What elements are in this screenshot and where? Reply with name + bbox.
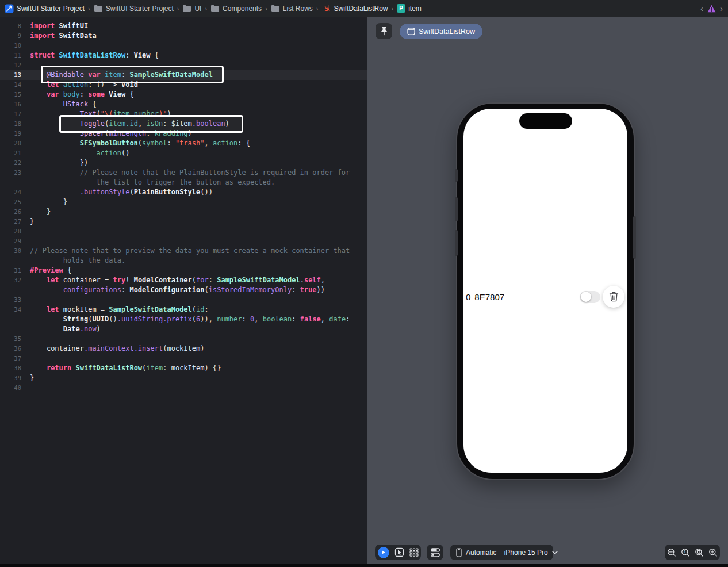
breadcrumb: SwiftUI Starter Project›SwiftUI Starter … — [0, 4, 700, 13]
breadcrumb-item[interactable]: SwiftUI Starter Project — [94, 5, 174, 13]
variants-mode-button[interactable] — [409, 548, 419, 557]
folder-icon — [182, 5, 191, 12]
breadcrumb-label: item — [408, 5, 422, 13]
breadcrumb-item[interactable]: UI — [182, 5, 201, 13]
code-line: 32 let container = try! ModelContainer(f… — [0, 275, 367, 285]
breadcrumb-separator: › — [204, 5, 208, 12]
action-button — [455, 169, 458, 182]
trash-icon — [609, 292, 619, 302]
forward-chevron-icon[interactable]: › — [719, 4, 723, 13]
code-line: the list to trigger the button as expect… — [0, 178, 367, 187]
code-line: 36 container.mainContext.insert(mockItem… — [0, 344, 367, 354]
breadcrumb-separator: › — [176, 5, 181, 12]
code-line: 40 — [0, 383, 367, 393]
runtime-warning-icon[interactable] — [707, 5, 716, 13]
row-number-label: 0 — [466, 292, 470, 302]
code-line: 15 var body: some View { — [0, 90, 367, 99]
annotation-box-toggle — [59, 115, 243, 133]
jump-bar: SwiftUI Starter Project›SwiftUI Starter … — [0, 0, 728, 17]
pin-preview-button[interactable] — [376, 23, 392, 39]
annotation-box-bindable — [41, 66, 224, 83]
preview-mode-segmented-control — [375, 545, 421, 560]
swift-file-icon — [321, 4, 331, 13]
row-id-label: 8E7807 — [474, 292, 504, 302]
folder-icon — [210, 5, 220, 12]
folder-icon — [271, 5, 280, 12]
list-row: 0 8E7807 — [466, 285, 624, 308]
zoom-100-button[interactable]: 1 — [681, 548, 690, 557]
code-line: 10 — [0, 41, 367, 51]
property-icon: P — [397, 4, 405, 13]
zoom-fit-button[interactable] — [695, 548, 704, 557]
svg-text:1: 1 — [684, 550, 686, 554]
code-line: 25 } — [0, 197, 367, 207]
breadcrumb-label: SwiftUI Starter Project — [106, 5, 174, 13]
code-line: 21 action() — [0, 148, 367, 158]
code-line: 20 SFSymbolButton(symbol: "trash", actio… — [0, 139, 367, 148]
back-chevron-icon[interactable]: ‹ — [700, 4, 704, 13]
code-line: 11struct SwiftDataListRow: View { — [0, 51, 367, 60]
zoom-out-button[interactable] — [667, 548, 676, 557]
code-line: 31#Preview { — [0, 266, 367, 275]
folder-icon — [94, 5, 103, 12]
code-line: 29 — [0, 236, 367, 246]
iphone-icon — [456, 548, 462, 557]
jump-bar-nav: ‹ › — [700, 4, 728, 13]
breadcrumb-item[interactable]: Pitem — [397, 4, 422, 13]
breadcrumb-separator: › — [390, 5, 395, 12]
preview-tab[interactable]: SwiftDataListRow — [400, 24, 482, 39]
code-editor[interactable]: 8import SwiftUI9import SwiftData1011stru… — [0, 17, 367, 567]
preview-canvas: SwiftDataListRow 0 8E7807 — [367, 17, 728, 567]
code-line: String(UUID().uuidString.prefix(6)), num… — [0, 315, 367, 324]
code-line: holds the data. — [0, 256, 367, 266]
code-line: Date.now) — [0, 324, 367, 334]
iphone-preview-frame: 0 8E7807 — [456, 102, 635, 480]
breadcrumb-label: List Rows — [283, 5, 313, 13]
code-line: 28 — [0, 227, 367, 236]
power-button — [633, 216, 636, 259]
row-toggle[interactable] — [580, 291, 600, 303]
code-line: 23 // Please note that the PlainButtonSt… — [0, 168, 367, 178]
breadcrumb-label: SwiftUI Starter Project — [17, 5, 85, 13]
preview-tab-label: SwiftDataListRow — [419, 28, 475, 36]
device-picker-dropdown[interactable]: Automatic – iPhone 15 Pro — [450, 545, 553, 560]
breadcrumb-label: Components — [223, 5, 262, 13]
code-line: 30// Please note that to preview the dat… — [0, 246, 367, 256]
breadcrumb-separator: › — [264, 5, 269, 12]
preview-device-icon — [407, 28, 415, 35]
code-line: 24 .buttonStyle(PlainButtonStyle()) — [0, 187, 367, 197]
breadcrumb-label: UI — [194, 5, 201, 13]
code-line: 8import SwiftUI — [0, 21, 367, 31]
zoom-controls: 1 — [665, 545, 720, 560]
breadcrumb-item[interactable]: SwiftUI Starter Project — [5, 4, 85, 13]
toggles-icon — [430, 547, 440, 557]
code-line: 38 return SwiftDataListRow(item: mockIte… — [0, 363, 367, 373]
xcode-project-icon — [5, 4, 14, 13]
volume-down-button — [455, 230, 458, 256]
selectable-mode-button[interactable] — [394, 547, 404, 557]
code-line: 9import SwiftData — [0, 31, 367, 41]
volume-up-button — [455, 197, 458, 221]
code-line: 16 HStack { — [0, 99, 367, 109]
chevron-down-icon — [552, 551, 558, 554]
code-line: configurations: ModelConfiguration(isSto… — [0, 285, 367, 295]
canvas-toolbar: Automatic – iPhone 15 Pro 1 — [367, 545, 728, 564]
dynamic-island — [519, 113, 572, 129]
breadcrumb-separator: › — [315, 5, 320, 12]
breadcrumb-item[interactable]: SwiftDataListRow — [321, 4, 388, 13]
code-line: 22 }) — [0, 158, 367, 168]
code-line: 26 } — [0, 207, 367, 217]
trash-button[interactable] — [603, 286, 624, 308]
device-settings-button[interactable] — [427, 545, 443, 560]
pin-icon — [380, 26, 388, 36]
xcode-window: SwiftUI Starter Project›SwiftUI Starter … — [0, 0, 728, 567]
window-bottom-edge — [0, 564, 728, 567]
zoom-in-button[interactable] — [708, 548, 718, 557]
breadcrumb-item[interactable]: Components — [210, 5, 262, 13]
breadcrumb-label: SwiftDataListRow — [334, 5, 388, 13]
live-preview-button[interactable] — [378, 547, 389, 558]
code-line: 33 — [0, 295, 367, 305]
code-line: 34 let mockItem = SampleSwiftDataModel(i… — [0, 305, 367, 315]
breadcrumb-item[interactable]: List Rows — [271, 5, 313, 13]
device-picker-label: Automatic – iPhone 15 Pro — [466, 549, 548, 557]
